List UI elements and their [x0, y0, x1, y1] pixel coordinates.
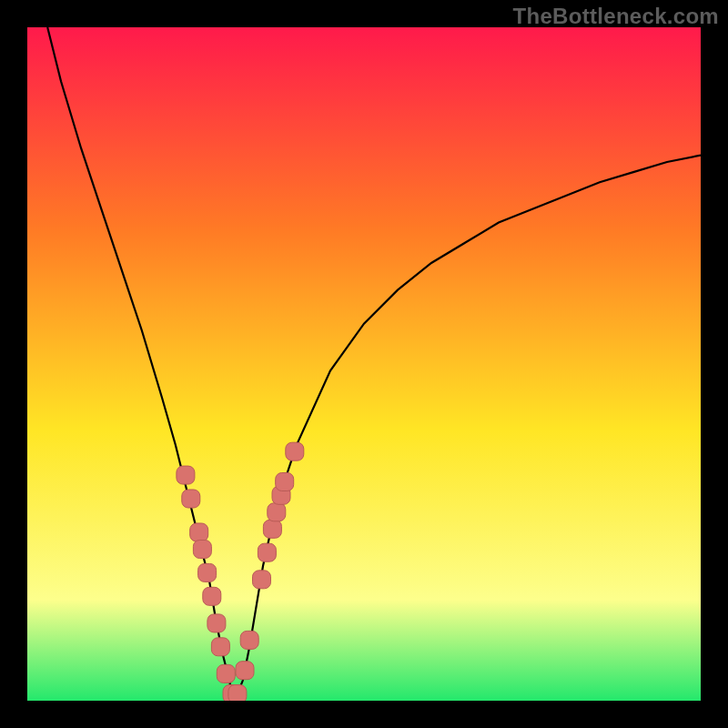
data-point	[193, 541, 211, 559]
data-point	[276, 473, 294, 491]
data-point	[263, 520, 281, 538]
data-point	[236, 662, 254, 680]
highlight-band	[27, 580, 701, 681]
data-point	[268, 503, 286, 521]
data-point	[207, 614, 226, 632]
data-point	[177, 466, 195, 484]
plot-area	[27, 27, 701, 701]
highlight-band	[27, 681, 701, 701]
data-point	[286, 442, 304, 460]
data-point	[228, 685, 247, 701]
data-point	[211, 638, 229, 656]
data-point	[203, 587, 221, 605]
data-point	[190, 523, 208, 541]
highlight-bands	[27, 580, 701, 701]
watermark-text: TheBottleneck.com	[513, 4, 719, 29]
data-point	[253, 571, 271, 589]
data-point	[258, 543, 276, 561]
data-point	[198, 563, 217, 581]
data-point	[240, 631, 258, 649]
data-point	[217, 664, 235, 682]
data-point	[182, 490, 200, 508]
chart-svg	[27, 27, 701, 701]
chart-container: TheBottleneck.com	[0, 0, 728, 728]
